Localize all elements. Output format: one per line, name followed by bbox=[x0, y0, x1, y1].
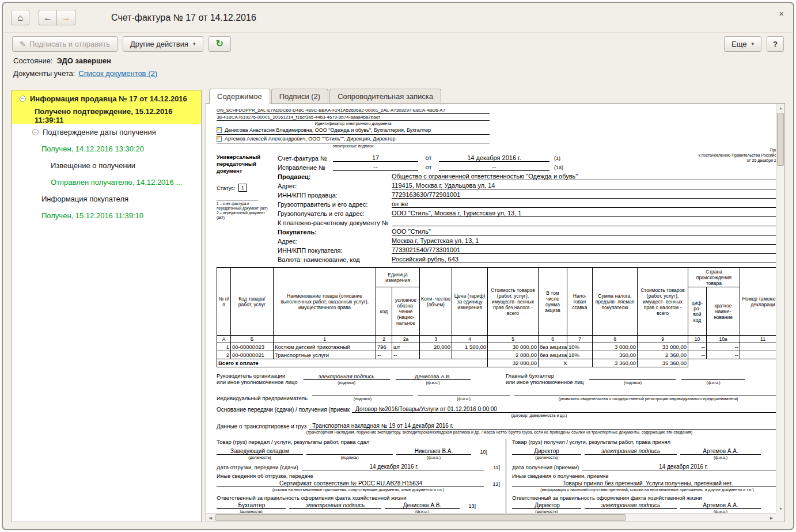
docs-label: Документы учета: bbox=[13, 69, 75, 78]
other-actions-button[interactable]: Другие действия ▾ bbox=[123, 36, 203, 52]
receive-position: Директор bbox=[512, 448, 581, 455]
tree-item-date-received[interactable]: Получен, 14.12.2016 13:30:20 bbox=[12, 140, 201, 157]
item-row: 1 00-00000023 Костюм детский трикотажный… bbox=[217, 343, 786, 351]
table-cell: 00-00000023 bbox=[231, 343, 274, 351]
edo-tree: − Информация продавца № 17 от 14.12.2016… bbox=[11, 90, 202, 522]
shipment-other-info: Сертификат соответствия № РОСС RU.АВ28.Н… bbox=[217, 480, 484, 487]
tab-content[interactable]: Содержимое bbox=[209, 89, 270, 104]
table-cell: -- bbox=[707, 343, 740, 351]
titlebar: ⌂ ← → Счет-фактура № 17 от 14.12.2016 × bbox=[3, 3, 793, 33]
table-cell: 3 000,00 bbox=[593, 343, 638, 351]
table-cell: 796 bbox=[376, 343, 392, 351]
tab-signatures[interactable]: Подписи (2) bbox=[271, 89, 328, 103]
receive-resp-position: Директор bbox=[512, 502, 581, 509]
vertical-scrollbar[interactable]: ▲ ▼ bbox=[776, 104, 784, 513]
tree-item-label: Отправлен получателю, 14.12.2016 ... bbox=[51, 178, 182, 187]
signature-section: Руководитель организации или иное уполно… bbox=[217, 373, 782, 385]
receive-resp-name: Артемов А.А. bbox=[680, 502, 761, 509]
tree-item-label: Получен, 14.12.2016 13:30:20 bbox=[41, 145, 144, 153]
home-button[interactable]: ⌂ bbox=[11, 10, 29, 25]
back-arrow-icon: ← bbox=[43, 13, 52, 23]
vertical-scroll-thumb[interactable] bbox=[777, 113, 784, 166]
basis-value: Договор №2016/Товары/Услуги от 01.12.201… bbox=[352, 406, 501, 413]
table-cell: 1 bbox=[217, 343, 231, 351]
collapse-icon[interactable]: − bbox=[20, 96, 26, 102]
table-cell: -- bbox=[688, 351, 707, 359]
table-cell: шт bbox=[392, 343, 420, 351]
col-unit-group: Единица измерения bbox=[376, 268, 420, 287]
item-row: 2 00-00000021 Транспортные услуги -- -- … bbox=[217, 351, 786, 359]
handover-resp-name: Денисова А.В. bbox=[385, 502, 460, 509]
tree-item-buyer-received[interactable]: Получен, 15.12.2016 11:39:10 bbox=[12, 207, 201, 224]
more-label: Еще bbox=[731, 40, 746, 48]
col-cost-with-tax: Стоимость товаров (работ, услуг), имущес… bbox=[638, 268, 688, 336]
tree-item-buyer-info[interactable]: Информация покупателя bbox=[12, 191, 201, 207]
total-cost-without-tax: 32 000,00 bbox=[488, 359, 539, 367]
table-cell: Костюм детский трикотажный bbox=[274, 343, 376, 351]
field-row-consignor: Грузоотправитель и его адрес: он же bbox=[278, 199, 782, 208]
scroll-up-icon[interactable]: ▲ bbox=[776, 104, 785, 112]
receive-block: Товар (груз) получил / услуги, результат… bbox=[506, 439, 782, 515]
status-line: Состояние: ЭДО завершен bbox=[3, 54, 793, 67]
table-cell: 00-00000021 bbox=[231, 351, 274, 359]
chevron-down-icon: ▾ bbox=[193, 41, 196, 47]
col-tax-amount: Сумма налога, предъяв- ляемая покупателю bbox=[593, 268, 638, 336]
table-cell bbox=[452, 351, 488, 359]
tree-item-notice-sent[interactable]: Отправлен получателю, 14.12.2016 ... bbox=[12, 174, 201, 191]
accounting-docs-line: Документы учета: Список документов (2) bbox=[3, 67, 793, 81]
help-button[interactable]: ? bbox=[767, 36, 784, 52]
invoice-date: 14 декабря 2016 г. bbox=[439, 154, 549, 162]
transport-caption: (транспортная накладная, поручение экспе… bbox=[217, 430, 782, 435]
scroll-left-icon[interactable]: ◀ bbox=[206, 514, 215, 522]
more-button[interactable]: Еще ▾ bbox=[724, 36, 761, 52]
total-row: Всего к оплате 32 000,00 X 3 360,00 35 3… bbox=[217, 359, 786, 367]
head-name: Денисова А.В. bbox=[396, 373, 471, 380]
tree-item-seller-confirmation[interactable]: Получено подтверждение, 15.12.2016 11:39… bbox=[12, 107, 201, 124]
sign-send-label: Подписать и отправить bbox=[29, 40, 110, 48]
collapse-icon[interactable]: − bbox=[32, 129, 39, 135]
forward-button[interactable]: → bbox=[57, 10, 75, 25]
document-view: ON_SCHFDOPPR_2AL-E7ADDC60-D48C-489C-BBAA… bbox=[206, 103, 785, 522]
scroll-right-icon[interactable]: ▶ bbox=[767, 514, 776, 522]
back-button[interactable]: ← bbox=[39, 10, 57, 25]
table-cell: -- bbox=[376, 351, 392, 359]
nav-buttons: ← → bbox=[39, 10, 75, 25]
table-cell: 20,000 bbox=[420, 343, 452, 351]
upd-title: Универсальный передаточный документ bbox=[217, 154, 270, 174]
field-row-payment-doc: К платежно-расчетному документу № bbox=[278, 217, 782, 226]
main-area: − Информация продавца № 17 от 14.12.2016… bbox=[11, 87, 785, 522]
scroll-down-icon[interactable]: ▼ bbox=[776, 504, 785, 513]
field-row-buyer: Покупатель: ООО "Стиль" bbox=[278, 226, 782, 235]
home-icon: ⌂ bbox=[17, 13, 23, 23]
signer-text: Артемов Алексей Александрович, ООО ""Сти… bbox=[225, 135, 395, 142]
field-row-buyer-address: Адрес: Москва г, Туристская ул, 13, 1 bbox=[278, 235, 782, 245]
refresh-button[interactable]: ↻ bbox=[209, 36, 231, 52]
scrollbar-corner bbox=[776, 513, 784, 522]
correction-date: -- bbox=[439, 164, 549, 171]
docs-list-link[interactable]: Список документов (2) bbox=[78, 69, 157, 78]
invoice-document: ON_SCHFDOPPR_2AL-E7ADDC60-D48C-489C-BBAA… bbox=[217, 107, 782, 515]
entrepreneur-row: Индивидуальный предприниматель (подпись)… bbox=[217, 389, 782, 401]
tree-item-seller-info[interactable]: − Информация продавца № 17 от 14.12.2016 bbox=[12, 90, 201, 107]
tab-cover-note[interactable]: Сопроводительная записка bbox=[329, 89, 441, 103]
total-x: X bbox=[539, 359, 593, 367]
receive-other-info: Товары принял без претензий. Услуги полу… bbox=[512, 480, 782, 487]
ship-date: 14 декабря 2016 г. bbox=[302, 463, 484, 470]
content-panel: Содержимое Подписи (2) Сопроводительная … bbox=[206, 87, 785, 522]
tree-item-receipt-notice[interactable]: Извещение о получении bbox=[12, 157, 201, 174]
sign-send-button[interactable]: ✎ Подписать и отправить bbox=[12, 36, 117, 52]
transport-value: Транспортная накладная № 19 от 14 декабр… bbox=[309, 423, 457, 430]
table-cell: -- bbox=[688, 343, 707, 351]
transport-row: Данные о транспортировке и груз Транспор… bbox=[217, 423, 782, 430]
invoice-header: Универсальный передаточный документ Стат… bbox=[217, 153, 782, 263]
horizontal-scrollbar[interactable]: ◀ ▶ bbox=[206, 513, 776, 522]
table-cell: 30 000,00 bbox=[488, 343, 539, 351]
close-icon[interactable]: × bbox=[779, 9, 784, 18]
tree-item-date-confirmation[interactable]: − Подтверждение даты получения bbox=[12, 124, 201, 140]
electronic-signature-stamp: электронная подпись bbox=[585, 502, 677, 509]
upd-status-value: 1 bbox=[238, 184, 247, 192]
horizontal-scroll-thumb[interactable] bbox=[215, 514, 626, 521]
col-country-name: краткое наиме- нование bbox=[707, 287, 740, 336]
tree-item-label: Получено подтверждение, 15.12.2016 11:39… bbox=[35, 107, 201, 124]
handover-resp-position: Бухгалтер bbox=[217, 502, 286, 509]
